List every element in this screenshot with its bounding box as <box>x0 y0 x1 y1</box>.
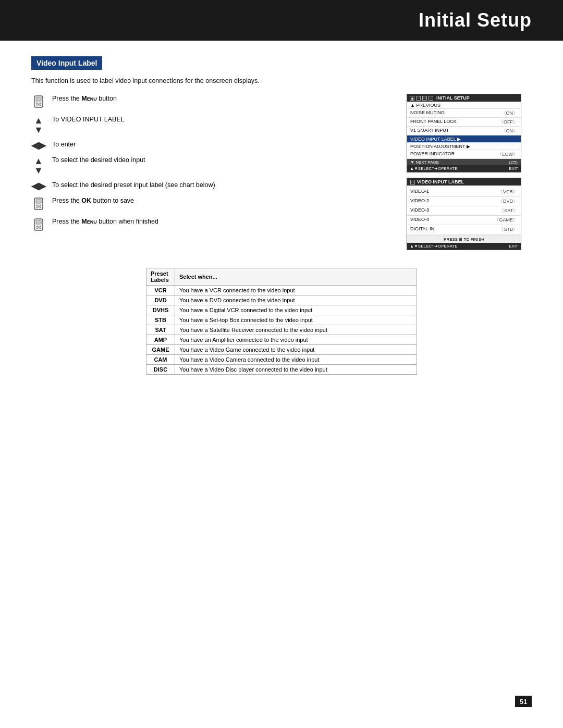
osd-title-1: INITIAL SETUP <box>436 95 470 101</box>
osd-input-row-video4: VIDEO-4〈GAME〉 <box>407 216 521 225</box>
instruction-text-5: To select the desired preset input label… <box>52 180 215 190</box>
page-header: Initial Setup <box>0 0 563 41</box>
instruction-row-4: ▲▼ To select the desired video input <box>31 155 391 175</box>
table-row: DVD You have a DVD connected to the vide… <box>146 295 417 305</box>
osd-footer-1: ▲▼SELECT➔OPERATE EXIT <box>407 165 521 172</box>
preset-desc-sat: You have a Satellite Receiver connected … <box>175 325 417 335</box>
remote-icon-2 <box>31 196 46 212</box>
osd-header-1: ▣ ○ □ — INITIAL SETUP <box>407 94 521 102</box>
preset-desc-stb: You have a Set-top Box connected to the … <box>175 315 417 325</box>
osd-footer-2: ▲▼SELECT➔OPERATE EXIT <box>407 243 521 250</box>
remote-icon-1 <box>31 94 46 109</box>
svg-rect-15 <box>36 220 41 224</box>
preset-desc-dvd: You have a DVD connected to the video in… <box>175 295 417 305</box>
osd-icon2-sq: □ <box>410 180 415 184</box>
arrow-ud-icon-1: ▲▼ <box>31 115 46 134</box>
preset-label-sat: SAT <box>146 325 175 335</box>
instruction-row-3: ◀▶ To enter <box>31 140 391 150</box>
svg-point-6 <box>38 104 40 105</box>
osd-row-videolabel: VIDEO INPUT LABEL ▶ <box>407 135 521 143</box>
preset-desc-amp: You have an Amplifier connected to the v… <box>175 335 417 345</box>
preset-label-vcr: VCR <box>146 286 175 295</box>
preset-label-cam: CAM <box>146 355 175 365</box>
table-header-labels: PresetLabels <box>146 268 175 286</box>
osd-icon-circle: ○ <box>416 96 421 101</box>
preset-label-disc: DISC <box>146 365 175 375</box>
osd-icon-line: — <box>429 96 433 101</box>
svg-point-5 <box>40 105 41 106</box>
svg-point-11 <box>36 207 38 208</box>
osd-icons-1: ▣ ○ □ — <box>410 96 433 101</box>
svg-point-13 <box>38 206 40 207</box>
preset-label-amp: AMP <box>146 335 175 345</box>
preset-label-dvd: DVD <box>146 295 175 305</box>
arrow-ud-icon-2: ▲▼ <box>31 155 46 175</box>
osd-screen-2: □ VIDEO INPUT LABEL VIDEO-1〈VCR〉 VIDEO-2… <box>407 178 521 250</box>
preset-table-wrapper: PresetLabels Select when... VCR You have… <box>31 263 532 375</box>
svg-point-10 <box>40 205 41 206</box>
osd-row-noise: NOISE MUTING〈ON〉 <box>407 109 521 118</box>
arrow-lr-icon-1: ◀▶ <box>31 140 46 150</box>
svg-point-19 <box>40 228 41 229</box>
svg-point-20 <box>38 227 40 228</box>
osd-title-2: VIDEO INPUT LABEL <box>417 179 464 184</box>
section-title: Video Input Label <box>31 56 102 70</box>
remote-icon-3 <box>31 217 46 232</box>
instruction-row-2: ▲▼ To VIDEO INPUT LABEL <box>31 115 391 134</box>
osd-row-position: POSITION ADJUSTMENT ▶ <box>407 143 521 150</box>
instruction-row-1: Press the Menu button <box>31 94 391 109</box>
preset-desc-disc: You have a Video Disc player connected t… <box>175 365 417 375</box>
svg-rect-1 <box>36 97 41 101</box>
preset-table: PresetLabels Select when... VCR You have… <box>146 268 417 375</box>
preset-desc-cam: You have a Video Camera connected to the… <box>175 355 417 365</box>
table-row: STB You have a Set-top Box connected to … <box>146 315 417 325</box>
preset-label-dvhs: DVHS <box>146 305 175 315</box>
table-header-select: Select when... <box>175 268 417 286</box>
table-row: VCR You have a VCR connected to the vide… <box>146 286 417 295</box>
svg-point-12 <box>40 207 41 208</box>
instruction-text-1: Press the Menu button <box>52 94 117 104</box>
preset-label-stb: STB <box>146 315 175 325</box>
osd-icon-sq2: □ <box>422 96 427 101</box>
instructions-col: Press the Menu button ▲▼ To VIDEO INPUT … <box>31 94 391 250</box>
preset-desc-game: You have a Video Game connected to the v… <box>175 345 417 355</box>
preset-label-game: GAME <box>146 345 175 355</box>
table-row: SAT You have a Satellite Receiver connec… <box>146 325 417 335</box>
preset-desc-dvhs: You have a Digital VCR connected to the … <box>175 305 417 315</box>
table-row: DISC You have a Video Disc player connec… <box>146 365 417 375</box>
instruction-text-2: To VIDEO INPUT LABEL <box>52 115 125 125</box>
osd-input-row-video1: VIDEO-1〈VCR〉 <box>407 188 521 197</box>
table-row: CAM You have a Video Camera connected to… <box>146 355 417 365</box>
svg-point-18 <box>36 228 38 229</box>
instruction-text-3: To enter <box>52 140 76 150</box>
svg-point-2 <box>36 103 38 104</box>
screens-col: ▣ ○ □ — INITIAL SETUP ▲ PREVIOUS NOISE M… <box>407 94 532 250</box>
osd-input-row-video3: VIDEO-3〈SAT〉 <box>407 206 521 216</box>
table-row: AMP You have an Amplifier connected to t… <box>146 335 417 345</box>
intro-text: This function is used to label video inp… <box>31 77 532 84</box>
osd-nav-1: ▼ NEXT PAGE(2/5) <box>407 159 521 165</box>
instruction-row-6: Press the OK button to save <box>31 196 391 212</box>
arrow-lr-icon-2: ◀▶ <box>31 180 46 191</box>
svg-point-4 <box>36 105 38 106</box>
svg-point-16 <box>36 226 38 227</box>
svg-point-3 <box>40 103 41 104</box>
osd-row-previous: ▲ PREVIOUS <box>407 102 521 109</box>
osd-row-frontpanel: FRONT PANEL LOCK〈OFF〉 <box>407 118 521 127</box>
osd-finish: PRESS ⊞ TO FINISH <box>407 236 521 243</box>
osd-icon-monitor: ▣ <box>410 96 414 101</box>
instruction-row-7: Press the Menu button when finished <box>31 217 391 232</box>
svg-rect-8 <box>36 200 41 203</box>
osd-screen-1: ▣ ○ □ — INITIAL SETUP ▲ PREVIOUS NOISE M… <box>407 94 521 172</box>
osd-row-smart: V1 SMART INPUT〈ON〉 <box>407 127 521 135</box>
svg-point-9 <box>36 205 38 206</box>
osd-input-row-video2: VIDEO-2〈DVD〉 <box>407 197 521 206</box>
instruction-text-7: Press the Menu button when finished <box>52 217 158 227</box>
instruction-text-6: Press the OK button to save <box>52 196 134 206</box>
page-number: 51 <box>515 696 532 707</box>
table-row: GAME You have a Video Game connected to … <box>146 345 417 355</box>
svg-point-17 <box>40 226 41 227</box>
table-row: DVHS You have a Digital VCR connected to… <box>146 305 417 315</box>
osd-row-power: POWER INDICATOR〈LOW〉 <box>407 150 521 159</box>
preset-desc-vcr: You have a VCR connected to the video in… <box>175 286 417 295</box>
